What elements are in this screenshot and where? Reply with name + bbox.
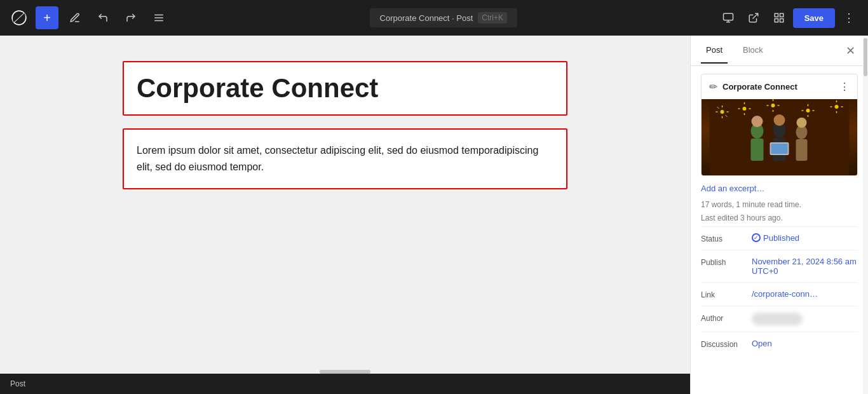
svg-point-29 [806, 109, 810, 112]
block-panel: ✏ Corporate Connect ⋮ [701, 74, 858, 176]
status-label: Status [701, 233, 752, 243]
save-button[interactable]: Save [793, 8, 835, 28]
undo-button[interactable] [92, 6, 114, 29]
view-post-button[interactable] [742, 6, 765, 29]
toolbar-title-text: Corporate Connect · Post [380, 13, 473, 23]
keyboard-shortcut: Ctrl+K [478, 12, 507, 24]
svg-point-19 [743, 107, 747, 111]
preview-button[interactable] [717, 6, 740, 29]
sidebar: Post Block ✕ ✏ Corporate Connect ⋮ [690, 36, 868, 394]
discussion-label: Discussion [701, 339, 752, 349]
wp-logo[interactable] [8, 6, 31, 29]
publish-label: Publish [701, 257, 752, 267]
document-overview-button[interactable] [147, 6, 170, 29]
toolbar-title-area[interactable]: Corporate Connect · Post Ctrl+K [370, 8, 517, 27]
svg-point-46 [797, 118, 807, 128]
main-layout: Corporate Connect Lorem ipsum dolor sit … [0, 36, 868, 394]
settings-button[interactable] [768, 6, 790, 29]
author-value[interactable] [752, 313, 803, 325]
publish-row: Publish November 21, 2024 8:56 am UTC+0 [701, 250, 858, 282]
svg-rect-47 [796, 139, 808, 161]
toolbar: + Corporate Connect · Post Ctrl+K [0, 0, 868, 36]
last-edited-text: Last edited 3 hours ago. [701, 213, 858, 224]
published-icon: ✓ [752, 233, 761, 242]
svg-rect-10 [780, 19, 783, 22]
tab-post[interactable]: Post [701, 37, 728, 64]
status-row: Status ✓ Published [701, 226, 858, 250]
svg-point-43 [774, 114, 785, 126]
block-panel-more-button[interactable]: ⋮ [839, 81, 850, 93]
editor-content: Corporate Connect Lorem ipsum dolor sit … [123, 61, 567, 189]
tools-button[interactable] [64, 6, 86, 29]
status-value[interactable]: ✓ Published [752, 233, 799, 243]
block-panel-image[interactable] [702, 99, 857, 175]
status-text: Published [763, 233, 799, 243]
block-panel-header: ✏ Corporate Connect ⋮ [702, 74, 857, 99]
block-panel-title: Corporate Connect [722, 82, 834, 92]
link-value[interactable]: /corporate-conn… [752, 289, 818, 299]
publish-value[interactable]: November 21, 2024 8:56 am UTC+0 [752, 257, 858, 276]
bottom-bar: Post [0, 374, 690, 394]
author-label: Author [701, 313, 752, 323]
author-row: Author [701, 306, 858, 332]
svg-point-40 [752, 116, 763, 127]
edit-icon: ✏ [709, 81, 717, 93]
svg-rect-3 [723, 13, 733, 20]
discussion-row: Discussion Open [701, 332, 858, 355]
sidebar-tabs: Post Block ✕ [691, 36, 868, 66]
tab-block[interactable]: Block [738, 37, 768, 64]
paragraph-text: Lorem ipsum dolor sit amet, consectetur … [137, 142, 553, 175]
sidebar-content[interactable]: ✏ Corporate Connect ⋮ [691, 66, 868, 394]
sidebar-close-button[interactable]: ✕ [843, 41, 858, 60]
link-row: Link /corporate-conn… [701, 282, 858, 306]
svg-line-6 [752, 13, 757, 18]
toolbar-center: Corporate Connect · Post Ctrl+K [175, 8, 712, 27]
svg-rect-7 [775, 13, 778, 17]
paragraph-block[interactable]: Lorem ipsum dolor sit amet, consectetur … [123, 128, 567, 189]
discussion-value[interactable]: Open [752, 339, 772, 348]
add-block-button[interactable]: + [36, 6, 58, 29]
post-title: Corporate Connect [137, 72, 553, 104]
svg-rect-9 [775, 19, 778, 22]
sidebar-scrollbar-thumb[interactable] [864, 38, 867, 76]
title-block[interactable]: Corporate Connect [123, 61, 567, 116]
post-label-text: Post [10, 379, 25, 388]
redo-button[interactable] [119, 6, 142, 29]
svg-point-12 [721, 110, 724, 114]
word-count-text: 17 words, 1 minute read time. [701, 200, 858, 210]
sidebar-scrollbar[interactable] [863, 36, 868, 394]
more-options-button[interactable]: ⋮ [837, 6, 860, 29]
editor-area[interactable]: Corporate Connect Lorem ipsum dolor sit … [0, 36, 690, 394]
toolbar-right: Save ⋮ [717, 6, 860, 29]
svg-rect-49 [771, 144, 788, 154]
svg-rect-41 [751, 139, 764, 161]
svg-rect-8 [780, 13, 783, 17]
svg-point-24 [771, 104, 775, 107]
featured-image-scene [702, 99, 857, 175]
add-excerpt-link[interactable]: Add an excerpt… [701, 184, 858, 193]
svg-point-34 [835, 105, 839, 109]
link-label: Link [701, 289, 752, 299]
